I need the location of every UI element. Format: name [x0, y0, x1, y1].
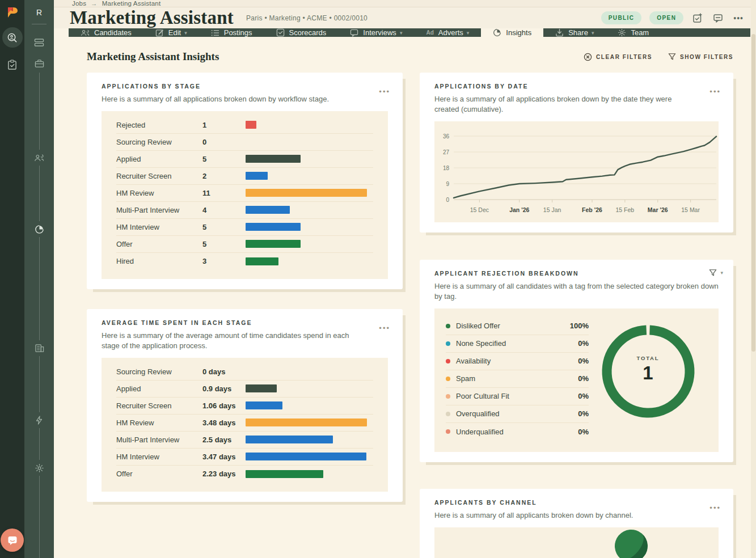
rail-divider	[32, 24, 47, 24]
stage-value: 3	[202, 257, 246, 265]
pie-chart-icon	[35, 225, 44, 234]
people-search-nav-button[interactable]	[2, 27, 23, 48]
chevron-down-icon: ▾	[467, 30, 470, 36]
stage-value: 2	[202, 172, 246, 180]
pencil-icon	[155, 28, 164, 37]
chat-fab-button[interactable]	[1, 529, 24, 552]
clear-filters-button[interactable]: CLEAR FILTERS	[584, 53, 652, 61]
legend-percent: 0%	[578, 392, 589, 400]
tab-edit[interactable]: Edit ▾	[143, 28, 199, 37]
automations-nav-button[interactable]	[31, 412, 47, 428]
svg-text:15 Mar: 15 Mar	[681, 206, 700, 213]
donut-chart	[598, 321, 699, 422]
share-icon	[555, 28, 564, 37]
card-title: APPLICANT REJECTION BREAKDOWN	[434, 270, 719, 277]
legend-row: Spam0%	[446, 370, 589, 388]
bar-area	[246, 172, 373, 180]
show-filters-button[interactable]: SHOW FILTERS	[668, 53, 733, 61]
legend-row: Availability0%	[446, 353, 589, 370]
workspace-initial[interactable]: R	[24, 8, 54, 17]
company-nav-button[interactable]	[31, 340, 47, 356]
rail-connector-line	[39, 73, 40, 558]
chat-icon	[350, 29, 358, 37]
visibility-badge: PUBLIC	[601, 11, 642, 24]
table-row: Rejected1	[116, 117, 373, 134]
stage-value: 5	[202, 223, 246, 231]
legend-row: None Specified0%	[446, 335, 589, 353]
card-overflow-menu-button[interactable]: •••	[379, 87, 390, 96]
tab-share[interactable]: Share ▾	[543, 28, 606, 37]
bar-area	[246, 436, 373, 443]
tab-label: Interviews	[363, 28, 396, 37]
bar-area	[246, 384, 373, 392]
job-nav-rail: R	[24, 0, 54, 558]
settings-nav-button[interactable]	[31, 460, 47, 476]
stage-label: Multi-Part Interview	[116, 436, 202, 444]
breadcrumb-current-link[interactable]: Marketing Assistant	[102, 0, 161, 7]
legend-percent: 0%	[578, 357, 589, 365]
tab-team[interactable]: Team	[606, 28, 661, 37]
tab-candidates[interactable]: Candidates	[69, 28, 143, 37]
comments-button[interactable]	[712, 12, 724, 24]
legend-label: None Specified	[456, 339, 578, 348]
card-overflow-menu-button[interactable]: •••	[709, 504, 721, 512]
insights-nav-button[interactable]	[31, 221, 47, 237]
bar	[246, 206, 290, 214]
stage-value: 5	[202, 240, 246, 248]
tab-label: Edit	[168, 28, 181, 37]
tab-scorecards[interactable]: Scorecards	[264, 28, 339, 37]
card-overflow-menu-button[interactable]: •••	[379, 324, 390, 332]
svg-text:15 Feb: 15 Feb	[616, 206, 635, 213]
legend-row: Underqualified0%	[446, 423, 589, 441]
lightning-icon	[35, 416, 43, 425]
bar	[246, 121, 256, 129]
tasks-nav-button[interactable]	[7, 59, 18, 70]
job-overflow-menu-button[interactable]: •••	[733, 14, 744, 23]
scrollbar-thumb[interactable]	[751, 34, 755, 352]
table-row: Sourcing Review0 days	[116, 363, 373, 381]
stacked-rows-icon	[34, 38, 44, 47]
tab-postings[interactable]: Postings	[199, 28, 264, 37]
bar-area	[246, 418, 373, 426]
person-search-icon	[7, 32, 18, 43]
funnel-icon	[709, 269, 717, 277]
channel-chart-panel	[434, 527, 719, 558]
legend-row: Disliked Offer100%	[446, 318, 589, 335]
legend-label: Availability	[456, 357, 578, 365]
stage-value: 2.23 days	[202, 470, 246, 478]
bar	[246, 418, 367, 426]
gear-icon	[618, 28, 626, 37]
tab-adverts[interactable]: Ad Adverts ▾	[414, 28, 481, 37]
legend-label: Poor Cultural Fit	[456, 392, 578, 400]
bar-area	[246, 240, 373, 248]
tab-label: Insights	[506, 28, 531, 37]
insights-page-title: Marketing Assistant Insights	[87, 50, 219, 63]
add-task-button[interactable]	[691, 12, 704, 24]
job-meta: Paris • Marketing • ACME • 0002/0010	[246, 14, 368, 22]
tab-interviews[interactable]: Interviews ▾	[338, 28, 414, 37]
legend-label: Underqualified	[456, 428, 578, 436]
candidates-nav-button[interactable]	[31, 150, 47, 166]
stage-label: Multi-Part Interview	[116, 206, 202, 214]
card-filter-button[interactable]: ▾	[709, 269, 723, 277]
bar-area	[246, 121, 373, 129]
clipboard-check-icon	[7, 60, 17, 70]
stage-label: HM Interview	[116, 223, 202, 231]
bar	[246, 470, 323, 478]
job-rows-nav-button[interactable]	[31, 35, 47, 50]
pinpoint-logo-icon[interactable]	[6, 6, 19, 19]
svg-text:9: 9	[446, 180, 449, 187]
breadcrumb: Jobs → Marketing Assistant	[54, 0, 756, 7]
breadcrumb-jobs-link[interactable]: Jobs	[72, 0, 86, 7]
tab-insights[interactable]: Insights	[481, 28, 543, 37]
applications-by-date-card: APPLICATIONS BY DATE ••• Here is a summa…	[420, 73, 733, 232]
list-icon	[211, 29, 219, 37]
bar	[246, 384, 277, 392]
stage-bar-table: Rejected1Sourcing Review0Applied5Recruit…	[102, 111, 388, 279]
legend-percent: 100%	[570, 322, 589, 330]
stage-value: 0	[202, 138, 246, 146]
card-overflow-menu-button[interactable]: •••	[709, 87, 721, 96]
legend-dot	[446, 359, 450, 363]
rejection-legend: Disliked Offer100%None Specified0%Availa…	[446, 318, 589, 441]
job-details-nav-button[interactable]	[31, 56, 47, 71]
